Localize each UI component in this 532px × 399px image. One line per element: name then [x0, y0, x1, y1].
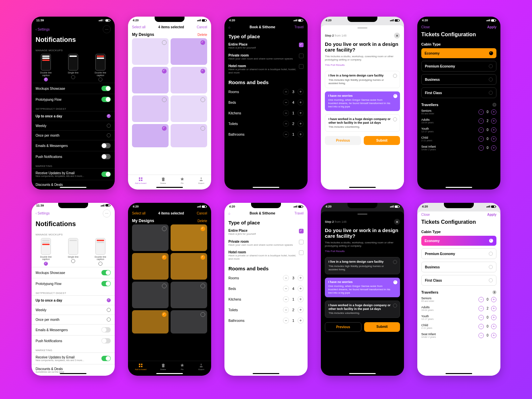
phone-place-dark: 4:20 ⌂ Book & Sithome Travel Type of pla…: [224, 17, 308, 190]
more-button[interactable]: ⋯: [103, 25, 111, 33]
svg-rect-4: [139, 364, 140, 365]
design-card[interactable]: [132, 95, 169, 122]
toggle[interactable]: [101, 172, 111, 177]
design-card[interactable]: [171, 95, 207, 122]
phone-tickets-light: 4:20 Close Apply Tickets Configuration C…: [417, 203, 500, 376]
apply-button[interactable]: Apply: [487, 25, 496, 29]
poll-results-link[interactable]: This Poll Results: [321, 249, 404, 255]
cabin-option[interactable]: Business: [421, 74, 496, 85]
checkbox-icon: [299, 54, 304, 58]
more-button[interactable]: ⋯: [103, 209, 111, 217]
checkbox-icon: [299, 64, 304, 69]
previous-button[interactable]: Previous: [325, 322, 361, 332]
submit-button[interactable]: Submit: [364, 322, 400, 332]
svg-rect-1: [141, 178, 142, 179]
phone-poll-dark: 4:20 Step 2 from 148✕ Do you live or wor…: [321, 203, 404, 376]
toggle[interactable]: [101, 86, 111, 91]
close-button[interactable]: Close: [421, 25, 430, 29]
close-button[interactable]: ✕: [394, 33, 400, 39]
checkbox-icon: [299, 43, 304, 47]
tab-export[interactable]: Export: [199, 177, 204, 184]
toggle[interactable]: [101, 143, 111, 148]
phone-poll-light: 4:20 Step 2 from 148✕ Do you live or wor…: [321, 17, 404, 190]
phone-notifications-dark: 11:39 􀙇 ‹ Settings ⋯ Notifications MANAG…: [32, 17, 115, 190]
phone-notifications-light: 11:39 ‹ Settings ⋯ Notifications MANAGE …: [32, 203, 115, 376]
minus-button[interactable]: −: [283, 89, 289, 95]
svg-rect-5: [141, 364, 142, 365]
svg-rect-7: [141, 366, 142, 367]
radio-icon: [107, 114, 111, 118]
back-button[interactable]: ‹ Settings: [36, 211, 50, 215]
poll-option[interactable]: I live in a long-term design care facili…: [325, 71, 400, 88]
design-card[interactable]: [132, 38, 169, 65]
svg-rect-2: [139, 180, 140, 181]
tab-add-to-board[interactable]: Add to board: [135, 177, 146, 184]
mockup-picker: Double line caption Single line Double l…: [32, 53, 115, 83]
svg-rect-6: [139, 366, 140, 367]
design-card[interactable]: [171, 124, 207, 147]
phone-place-light: 4:20 ⌂ Book & Sithome Travel Type of pla…: [224, 203, 308, 376]
toggle[interactable]: [101, 154, 111, 159]
cancel-button[interactable]: Cancel: [197, 211, 207, 215]
radio-icon[interactable]: [71, 75, 75, 79]
info-icon[interactable]: ?: [492, 290, 496, 294]
home-icon[interactable]: ⌂: [228, 25, 230, 29]
design-card[interactable]: [171, 67, 207, 93]
delete-button[interactable]: Delete: [198, 219, 207, 223]
cancel-button[interactable]: Cancel: [197, 25, 207, 29]
cabin-option[interactable]: First Class: [421, 87, 496, 98]
page-title: Notifications: [32, 35, 115, 46]
select-all-button[interactable]: Select all: [132, 25, 146, 29]
svg-rect-3: [141, 180, 142, 181]
delete-button[interactable]: Delete: [198, 33, 207, 37]
close-button[interactable]: Close: [421, 213, 430, 216]
toggle[interactable]: [101, 97, 111, 102]
tab-pin[interactable]: Pin: [180, 177, 185, 184]
cabin-option[interactable]: Premium Economy: [421, 61, 496, 71]
select-all-button[interactable]: Select all: [132, 211, 146, 215]
poll-option[interactable]: I have worked in a huge design company o…: [325, 114, 400, 132]
apply-button[interactable]: Apply: [487, 213, 496, 216]
phone-designs-dark: 4:20 Select all 4 items selected Cancel …: [128, 203, 211, 376]
radio-icon[interactable]: [44, 77, 48, 81]
design-card[interactable]: [171, 38, 207, 65]
phone-tickets-dark: 4:20 Close Apply Tickets Configuration C…: [417, 17, 500, 190]
radio-icon[interactable]: [98, 77, 102, 81]
submit-button[interactable]: Submit: [364, 136, 400, 145]
svg-rect-0: [139, 178, 140, 179]
poll-results-link[interactable]: This Poll Results: [321, 63, 404, 69]
design-card[interactable]: [132, 67, 169, 93]
design-card[interactable]: [132, 124, 169, 147]
home-icon[interactable]: ⌂: [228, 211, 230, 215]
back-button[interactable]: ‹ Settings: [36, 28, 50, 31]
previous-button[interactable]: Previous: [325, 136, 361, 145]
travel-button[interactable]: Travel: [295, 25, 304, 29]
poll-option[interactable]: I have no worriesOne morning, when Grego…: [325, 91, 400, 111]
cabin-option[interactable]: Economy: [421, 48, 496, 58]
plus-button[interactable]: +: [298, 89, 304, 95]
info-icon[interactable]: ?: [492, 103, 496, 107]
phone-designs-light: 4:20 Select all 4 items selected Cancel …: [128, 17, 211, 190]
tab-delete[interactable]: Delete: [160, 177, 166, 184]
close-button[interactable]: ✕: [394, 219, 400, 225]
travel-button[interactable]: Travel: [295, 211, 304, 215]
